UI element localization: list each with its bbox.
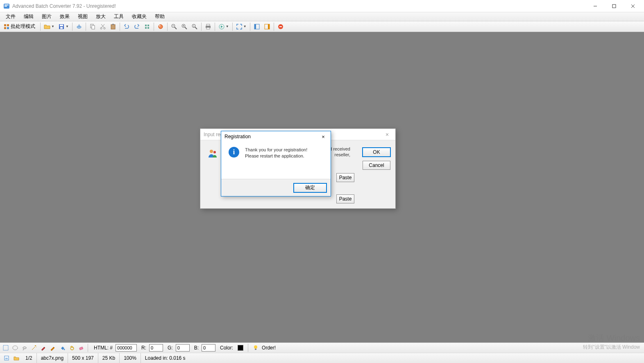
effects-button[interactable] — [156, 22, 166, 31]
menu-zoom[interactable]: 放大 — [92, 12, 110, 21]
maximize-button[interactable] — [605, 0, 624, 12]
zoom-out-button[interactable] — [169, 22, 179, 31]
hand-tool[interactable] — [68, 344, 76, 352]
acquire-button[interactable] — [74, 22, 84, 31]
reg-paste-button-1[interactable]: Paste — [336, 173, 354, 182]
cut-icon — [100, 23, 106, 30]
svg-rect-49 — [279, 26, 282, 27]
b-label: B: — [191, 345, 200, 351]
slideshow-button[interactable]: ▼ — [217, 22, 231, 31]
html-label: HTML: # — [91, 345, 114, 351]
reg-ok-button[interactable]: OK — [363, 148, 390, 157]
menu-image[interactable]: 图片 — [38, 12, 56, 21]
alert-close-button[interactable]: × — [319, 134, 327, 140]
menu-tools[interactable]: 工具 — [110, 12, 128, 21]
batch-icon — [3, 23, 10, 30]
select-ellipse-tool[interactable] — [11, 344, 19, 352]
zoom-level: 100% — [120, 353, 141, 363]
fullscreen-icon — [236, 23, 243, 30]
menu-file[interactable]: 文件 — [2, 12, 20, 21]
slideshow-icon — [218, 23, 225, 30]
stop-icon — [277, 23, 284, 30]
statusbar-info: 1/2 abc7x.png 500 x 197 25 Kb 100% Loade… — [0, 353, 644, 363]
svg-point-51 — [213, 151, 216, 153]
r-input[interactable] — [149, 344, 163, 352]
cut-button[interactable] — [98, 22, 108, 31]
fullscreen-button[interactable]: ▼ — [234, 22, 248, 31]
reg-cancel-button[interactable]: Cancel — [363, 161, 390, 170]
copy-button[interactable] — [88, 22, 98, 31]
history-button[interactable] — [142, 22, 152, 31]
svg-rect-1 — [5, 5, 9, 5]
folder-button[interactable] — [12, 354, 20, 362]
alert-title: Registration — [224, 134, 251, 139]
select-rect-tool[interactable] — [2, 344, 10, 352]
batch-mode-button[interactable]: 批处理模式 — [2, 22, 39, 31]
effects-icon — [157, 23, 164, 30]
save-button[interactable]: ▼ — [57, 22, 70, 31]
app-icon — [3, 3, 10, 9]
svg-rect-9 — [4, 27, 6, 29]
zoom-fit-button[interactable]: 1 — [190, 22, 200, 31]
menu-view[interactable]: 视图 — [74, 12, 92, 21]
registration-alert-dialog: Registration × i Thank you for your regi… — [221, 131, 331, 196]
color-swatch[interactable] — [238, 345, 243, 351]
print-button[interactable] — [203, 22, 213, 31]
reg-dialog-close-button[interactable]: × — [382, 131, 392, 138]
undo-button[interactable] — [122, 22, 132, 31]
redo-button[interactable] — [132, 22, 142, 31]
copy-icon — [89, 23, 96, 30]
svg-rect-27 — [147, 27, 149, 29]
b-input[interactable] — [202, 344, 215, 352]
r-label: R: — [138, 345, 148, 351]
pencil-tool[interactable] — [49, 344, 57, 352]
prev-button[interactable] — [2, 354, 11, 362]
load-time: Loaded in: 0.016 s — [141, 353, 190, 363]
svg-line-21 — [101, 24, 104, 27]
svg-point-50 — [210, 150, 213, 153]
menu-favorites[interactable]: 收藏夹 — [128, 12, 151, 21]
page-index: 1/2 — [21, 353, 37, 363]
svg-rect-42 — [206, 27, 210, 29]
svg-rect-55 — [79, 347, 83, 350]
paste-button[interactable] — [108, 22, 118, 31]
folder-open-icon — [44, 23, 50, 30]
svg-text:1: 1 — [193, 25, 195, 27]
eyedropper-tool[interactable] — [39, 344, 48, 352]
fill-tool[interactable] — [58, 344, 66, 352]
svg-rect-12 — [60, 25, 63, 26]
panel-right-button[interactable] — [262, 22, 272, 31]
open-button[interactable]: ▼ — [42, 22, 56, 31]
menu-help[interactable]: 帮助 — [151, 12, 169, 21]
alert-ok-button[interactable]: 确定 — [294, 183, 327, 192]
svg-rect-7 — [4, 24, 6, 26]
panel-right-icon — [264, 23, 270, 30]
svg-rect-17 — [92, 25, 95, 29]
svg-rect-47 — [268, 24, 270, 29]
info-icon: i — [229, 147, 239, 158]
stop-button[interactable] — [276, 22, 286, 31]
panel-left-button[interactable] — [252, 22, 262, 31]
order-link[interactable]: Order! — [260, 345, 277, 351]
eraser-tool[interactable] — [77, 344, 85, 352]
html-color-input[interactable] — [116, 344, 137, 352]
dimensions: 500 x 197 — [68, 353, 98, 363]
batch-mode-label: 批处理模式 — [10, 23, 37, 30]
close-button[interactable] — [624, 0, 642, 12]
minimize-button[interactable] — [586, 0, 605, 12]
menu-edit[interactable]: 编辑 — [20, 12, 38, 21]
menu-effect[interactable]: 效果 — [56, 12, 74, 21]
svg-rect-4 — [612, 5, 616, 8]
svg-rect-24 — [145, 25, 147, 26]
select-lasso-tool[interactable] — [20, 344, 29, 352]
statusbar-tools: HTML: # R: G: B: Color: Order! — [0, 342, 644, 353]
reg-paste-button-2[interactable]: Paste — [336, 194, 354, 203]
zoom-fit-icon: 1 — [191, 23, 198, 30]
select-wand-tool[interactable] — [30, 344, 38, 352]
svg-rect-22 — [111, 25, 115, 29]
panel-left-icon — [254, 23, 260, 30]
zoom-in-button[interactable] — [179, 22, 189, 31]
svg-rect-2 — [5, 6, 7, 7]
g-input[interactable] — [176, 344, 190, 352]
zoom-out-icon — [171, 23, 177, 30]
